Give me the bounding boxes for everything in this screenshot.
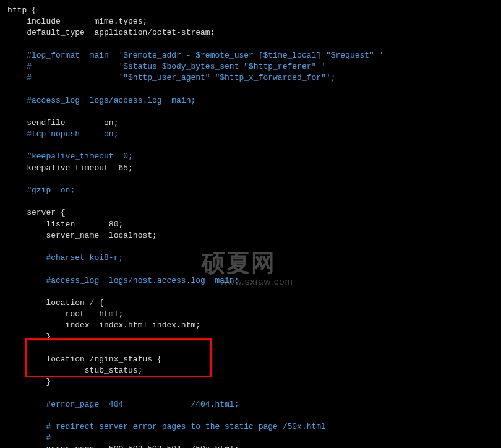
comment-text: #keepalive_timeout 0; xyxy=(7,152,133,161)
code-line: #error_page 404 /404.html; xyxy=(7,399,494,410)
comment-text: # redirect server error pages to the sta… xyxy=(7,422,326,431)
code-line: #gzip on; xyxy=(7,185,494,196)
code-text: } xyxy=(7,332,51,341)
code-line: } xyxy=(7,331,494,342)
code-line xyxy=(7,264,494,275)
code-line xyxy=(7,343,494,354)
code-text: server { xyxy=(7,208,66,217)
code-text: index index.html index.htm; xyxy=(7,321,200,330)
code-line xyxy=(7,196,494,207)
code-line xyxy=(7,286,494,298)
code-line xyxy=(7,84,494,95)
code-line xyxy=(7,39,494,50)
code-editor: http { include mime.types; default_type … xyxy=(7,5,494,448)
code-line xyxy=(7,140,494,151)
comment-text: #error_page 404 /404.html; xyxy=(7,400,239,409)
code-text: sendfile on; xyxy=(7,118,118,127)
code-line: default_type application/octet-stream; xyxy=(7,27,494,38)
comment-text: #access_log logs/access.log main; xyxy=(7,96,195,105)
code-line: } xyxy=(7,376,494,387)
code-line: # '"$http_user_agent" "$http_x_forwarded… xyxy=(7,72,494,84)
code-line: server_name localhost; xyxy=(7,230,494,241)
code-line xyxy=(7,174,494,185)
code-line: #log_format main '$remote_addr - $remote… xyxy=(7,50,494,61)
comment-text: #log_format main '$remote_addr - $remote… xyxy=(7,51,384,60)
code-text: stub_status; xyxy=(7,366,142,375)
code-line: #tcp_nopush on; xyxy=(7,129,494,140)
comment-text: #charset koi8-r; xyxy=(7,253,123,262)
code-line: root html; xyxy=(7,309,494,320)
code-text: location / { xyxy=(7,298,104,308)
code-line: listen 80; xyxy=(7,219,494,230)
code-line: # xyxy=(7,433,494,444)
code-line: http { xyxy=(7,5,494,16)
comment-text: # xyxy=(7,433,51,442)
code-line: stub_status; xyxy=(7,365,494,376)
code-line: #charset koi8-r; xyxy=(7,252,494,264)
code-line: include mime.types; xyxy=(7,16,494,27)
code-line xyxy=(7,387,494,398)
code-line: location / { xyxy=(7,298,494,309)
code-line: error_page 500 502 503 504 /50x.html; xyxy=(7,444,494,448)
code-text: listen 80; xyxy=(7,220,123,229)
code-text: } xyxy=(7,377,51,386)
comment-text: # '"$http_user_agent" "$http_x_forwarded… xyxy=(7,73,336,82)
code-line: index index.html index.htm; xyxy=(7,320,494,331)
comment-text: # '$status $body_bytes_sent "$http_refer… xyxy=(7,62,326,71)
comment-text: #gzip on; xyxy=(7,186,75,195)
code-text: include mime.types; xyxy=(7,17,147,26)
code-line: # redirect server error pages to the sta… xyxy=(7,421,494,433)
code-text: location /nginx_status { xyxy=(7,355,162,364)
code-line: sendfile on; xyxy=(7,118,494,129)
code-line xyxy=(7,410,494,421)
code-line: location /nginx_status { xyxy=(7,354,494,365)
code-text: error_page 500 502 503 504 /50x.html; xyxy=(7,444,239,448)
code-text: http { xyxy=(7,6,36,15)
code-line: keepalive_timeout 65; xyxy=(7,163,494,174)
code-text: server_name localhost; xyxy=(7,231,157,240)
code-line: server { xyxy=(7,207,494,218)
code-line xyxy=(7,241,494,252)
code-text: root html; xyxy=(7,309,123,319)
code-text: default_type application/octet-stream; xyxy=(7,28,215,37)
code-line: #access_log logs/host.access.log main; xyxy=(7,275,494,286)
code-line xyxy=(7,106,494,118)
comment-text: #access_log logs/host.access.log main; xyxy=(7,276,239,285)
code-text: keepalive_timeout 65; xyxy=(7,163,133,173)
comment-text: #tcp_nopush on; xyxy=(7,129,118,139)
code-line: #access_log logs/access.log main; xyxy=(7,95,494,106)
code-line: # '$status $body_bytes_sent "$http_refer… xyxy=(7,61,494,72)
code-line: #keepalive_timeout 0; xyxy=(7,151,494,162)
